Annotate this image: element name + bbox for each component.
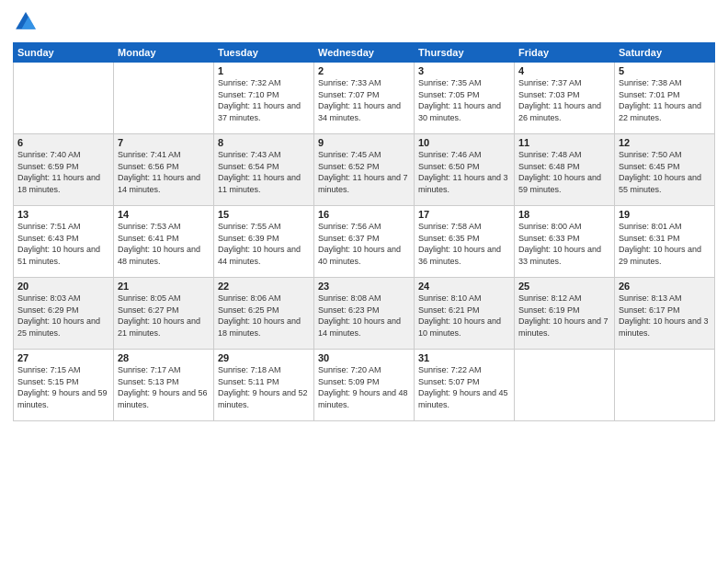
day-info: Sunrise: 7:40 AM Sunset: 6:59 PM Dayligh… (17, 149, 109, 195)
day-info: Sunrise: 7:20 AM Sunset: 5:09 PM Dayligh… (318, 364, 410, 410)
day-info: Sunrise: 7:55 AM Sunset: 6:39 PM Dayligh… (218, 221, 310, 267)
day-number: 26 (619, 281, 711, 292)
day-info: Sunrise: 7:46 AM Sunset: 6:50 PM Dayligh… (418, 149, 510, 195)
calendar-cell: 18Sunrise: 8:00 AM Sunset: 6:33 PM Dayli… (515, 206, 615, 278)
day-info: Sunrise: 8:08 AM Sunset: 6:23 PM Dayligh… (318, 293, 410, 339)
weekday-header-wednesday: Wednesday (314, 43, 415, 63)
calendar-cell: 30Sunrise: 7:20 AM Sunset: 5:09 PM Dayli… (314, 350, 415, 421)
day-info: Sunrise: 7:35 AM Sunset: 7:05 PM Dayligh… (418, 77, 510, 123)
calendar-cell: 3Sunrise: 7:35 AM Sunset: 7:05 PM Daylig… (415, 63, 515, 134)
calendar-cell: 2Sunrise: 7:33 AM Sunset: 7:07 PM Daylig… (314, 63, 415, 134)
weekday-header-row: SundayMondayTuesdayWednesdayThursdayFrid… (14, 43, 715, 63)
day-info: Sunrise: 8:01 AM Sunset: 6:31 PM Dayligh… (619, 221, 711, 267)
calendar-cell: 14Sunrise: 7:53 AM Sunset: 6:41 PM Dayli… (114, 206, 214, 278)
calendar-cell: 15Sunrise: 7:55 AM Sunset: 6:39 PM Dayli… (214, 206, 314, 278)
day-info: Sunrise: 8:06 AM Sunset: 6:25 PM Dayligh… (218, 293, 310, 339)
calendar-cell: 19Sunrise: 8:01 AM Sunset: 6:31 PM Dayli… (615, 206, 715, 278)
day-info: Sunrise: 7:22 AM Sunset: 5:07 PM Dayligh… (418, 364, 510, 410)
day-number: 3 (418, 65, 510, 76)
calendar-table: SundayMondayTuesdayWednesdayThursdayFrid… (13, 42, 715, 421)
day-number: 5 (619, 65, 711, 76)
day-info: Sunrise: 7:58 AM Sunset: 6:35 PM Dayligh… (418, 221, 510, 267)
calendar-cell: 4Sunrise: 7:37 AM Sunset: 7:03 PM Daylig… (515, 63, 615, 134)
weekday-header-monday: Monday (114, 43, 214, 63)
weekday-header-sunday: Sunday (14, 43, 114, 63)
day-info: Sunrise: 7:45 AM Sunset: 6:52 PM Dayligh… (318, 149, 410, 195)
calendar-cell: 24Sunrise: 8:10 AM Sunset: 6:21 PM Dayli… (415, 278, 515, 350)
day-info: Sunrise: 7:43 AM Sunset: 6:54 PM Dayligh… (218, 149, 310, 195)
calendar-cell: 9Sunrise: 7:45 AM Sunset: 6:52 PM Daylig… (314, 134, 415, 206)
day-info: Sunrise: 7:37 AM Sunset: 7:03 PM Dayligh… (518, 77, 610, 123)
day-number: 23 (318, 281, 410, 292)
calendar-row-1: 6Sunrise: 7:40 AM Sunset: 6:59 PM Daylig… (14, 134, 715, 206)
day-number: 27 (17, 352, 109, 363)
day-number: 1 (218, 65, 310, 76)
day-number: 19 (619, 209, 711, 220)
calendar-cell: 26Sunrise: 8:13 AM Sunset: 6:17 PM Dayli… (615, 278, 715, 350)
calendar-cell (615, 350, 715, 421)
calendar-cell: 12Sunrise: 7:50 AM Sunset: 6:45 PM Dayli… (615, 134, 715, 206)
logo-icon (13, 9, 39, 35)
day-info: Sunrise: 8:03 AM Sunset: 6:29 PM Dayligh… (17, 293, 109, 339)
logo (13, 9, 42, 35)
calendar-cell: 7Sunrise: 7:41 AM Sunset: 6:56 PM Daylig… (114, 134, 214, 206)
day-info: Sunrise: 8:13 AM Sunset: 6:17 PM Dayligh… (619, 293, 711, 339)
day-info: Sunrise: 8:10 AM Sunset: 6:21 PM Dayligh… (418, 293, 510, 339)
day-info: Sunrise: 7:15 AM Sunset: 5:15 PM Dayligh… (17, 364, 109, 410)
calendar-cell: 29Sunrise: 7:18 AM Sunset: 5:11 PM Dayli… (214, 350, 314, 421)
day-info: Sunrise: 7:32 AM Sunset: 7:10 PM Dayligh… (218, 77, 310, 123)
calendar-cell (14, 63, 114, 134)
weekday-header-tuesday: Tuesday (214, 43, 314, 63)
day-info: Sunrise: 8:05 AM Sunset: 6:27 PM Dayligh… (118, 293, 210, 339)
calendar-cell: 23Sunrise: 8:08 AM Sunset: 6:23 PM Dayli… (314, 278, 415, 350)
calendar-cell: 10Sunrise: 7:46 AM Sunset: 6:50 PM Dayli… (415, 134, 515, 206)
calendar-cell: 11Sunrise: 7:48 AM Sunset: 6:48 PM Dayli… (515, 134, 615, 206)
day-info: Sunrise: 7:51 AM Sunset: 6:43 PM Dayligh… (17, 221, 109, 267)
calendar-cell: 17Sunrise: 7:58 AM Sunset: 6:35 PM Dayli… (415, 206, 515, 278)
calendar-cell: 8Sunrise: 7:43 AM Sunset: 6:54 PM Daylig… (214, 134, 314, 206)
day-number: 11 (518, 137, 610, 148)
header (13, 9, 715, 35)
calendar-cell: 20Sunrise: 8:03 AM Sunset: 6:29 PM Dayli… (14, 278, 114, 350)
calendar-cell: 27Sunrise: 7:15 AM Sunset: 5:15 PM Dayli… (14, 350, 114, 421)
day-info: Sunrise: 7:33 AM Sunset: 7:07 PM Dayligh… (318, 77, 410, 123)
calendar-cell: 31Sunrise: 7:22 AM Sunset: 5:07 PM Dayli… (415, 350, 515, 421)
day-number: 9 (318, 137, 410, 148)
day-number: 20 (17, 281, 109, 292)
day-number: 14 (118, 209, 210, 220)
weekday-header-saturday: Saturday (615, 43, 715, 63)
day-number: 4 (518, 65, 610, 76)
day-number: 8 (218, 137, 310, 148)
day-number: 25 (518, 281, 610, 292)
day-number: 24 (418, 281, 510, 292)
day-number: 13 (17, 209, 109, 220)
day-info: Sunrise: 7:56 AM Sunset: 6:37 PM Dayligh… (318, 221, 410, 267)
day-number: 7 (118, 137, 210, 148)
day-number: 29 (218, 352, 310, 363)
day-number: 10 (418, 137, 510, 148)
day-number: 17 (418, 209, 510, 220)
calendar-row-2: 13Sunrise: 7:51 AM Sunset: 6:43 PM Dayli… (14, 206, 715, 278)
day-info: Sunrise: 7:38 AM Sunset: 7:01 PM Dayligh… (619, 77, 711, 123)
day-number: 15 (218, 209, 310, 220)
calendar-row-0: 1Sunrise: 7:32 AM Sunset: 7:10 PM Daylig… (14, 63, 715, 134)
day-number: 12 (619, 137, 711, 148)
day-number: 18 (518, 209, 610, 220)
day-number: 30 (318, 352, 410, 363)
calendar-cell (515, 350, 615, 421)
day-number: 6 (17, 137, 109, 148)
day-number: 31 (418, 352, 510, 363)
calendar-cell: 13Sunrise: 7:51 AM Sunset: 6:43 PM Dayli… (14, 206, 114, 278)
day-number: 28 (118, 352, 210, 363)
day-info: Sunrise: 8:00 AM Sunset: 6:33 PM Dayligh… (518, 221, 610, 267)
calendar-row-4: 27Sunrise: 7:15 AM Sunset: 5:15 PM Dayli… (14, 350, 715, 421)
day-number: 16 (318, 209, 410, 220)
day-info: Sunrise: 7:17 AM Sunset: 5:13 PM Dayligh… (118, 364, 210, 410)
calendar-cell (114, 63, 214, 134)
day-number: 22 (218, 281, 310, 292)
calendar-container: SundayMondayTuesdayWednesdayThursdayFrid… (0, 0, 728, 563)
day-info: Sunrise: 7:41 AM Sunset: 6:56 PM Dayligh… (118, 149, 210, 195)
day-info: Sunrise: 7:48 AM Sunset: 6:48 PM Dayligh… (518, 149, 610, 195)
calendar-cell: 1Sunrise: 7:32 AM Sunset: 7:10 PM Daylig… (214, 63, 314, 134)
calendar-cell: 22Sunrise: 8:06 AM Sunset: 6:25 PM Dayli… (214, 278, 314, 350)
